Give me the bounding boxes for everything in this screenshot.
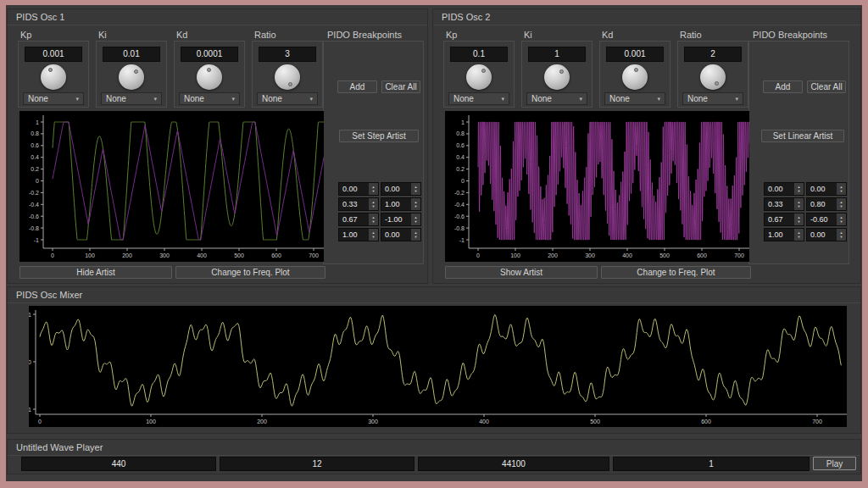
spin-up-icon[interactable]: ▲: [372, 216, 376, 219]
breakpoint-y-spinbox[interactable]: 0.00▲▼: [381, 182, 421, 196]
breakpoint-y-spinbox[interactable]: -0.60▲▼: [806, 213, 847, 226]
kd-knob[interactable]: [197, 64, 222, 90]
spinbox-steppers[interactable]: ▲▼: [794, 183, 804, 195]
add-breakpoint-button[interactable]: Add: [337, 80, 377, 93]
frequency-field[interactable]: 440: [21, 457, 216, 471]
spin-down-icon[interactable]: ▼: [372, 220, 376, 224]
kp-knob[interactable]: [466, 64, 492, 90]
ratio-knob[interactable]: [275, 64, 300, 90]
spinbox-steppers[interactable]: ▲▼: [411, 183, 420, 195]
spin-up-icon[interactable]: ▲: [415, 201, 418, 204]
breakpoint-y-spinbox[interactable]: -1.00▲▼: [381, 213, 421, 226]
spin-down-icon[interactable]: ▼: [798, 220, 801, 224]
ki-value-field[interactable]: 0.01: [103, 47, 160, 62]
breakpoint-x-spinbox[interactable]: 1.00▲▼: [338, 228, 379, 241]
spin-down-icon[interactable]: ▼: [798, 190, 801, 193]
spinbox-steppers[interactable]: ▲▼: [369, 183, 378, 195]
spin-up-icon[interactable]: ▲: [798, 231, 801, 235]
kp-mod-dropdown[interactable]: None▾: [448, 92, 509, 105]
spinbox-steppers[interactable]: ▲▼: [411, 214, 420, 225]
spinbox-steppers[interactable]: ▲▼: [794, 198, 804, 210]
spin-down-icon[interactable]: ▼: [415, 220, 418, 224]
spin-down-icon[interactable]: ▼: [840, 205, 843, 208]
kd-mod-dropdown[interactable]: None▾: [604, 92, 665, 105]
spin-down-icon[interactable]: ▼: [798, 205, 801, 208]
breakpoint-y-spinbox[interactable]: 0.00▲▼: [381, 228, 421, 241]
breakpoint-y-spinbox[interactable]: 1.00▲▼: [381, 197, 421, 211]
spin-up-icon[interactable]: ▲: [798, 186, 801, 189]
change-to-freq-plot-button[interactable]: Change to Freq. Plot: [601, 266, 751, 279]
add-breakpoint-button[interactable]: Add: [763, 80, 803, 93]
clear-all-button[interactable]: Clear All: [807, 80, 846, 93]
play-button[interactable]: Play: [813, 457, 856, 470]
spin-down-icon[interactable]: ▼: [372, 205, 376, 208]
spin-up-icon[interactable]: ▲: [840, 216, 843, 219]
spin-down-icon[interactable]: ▼: [840, 190, 843, 193]
show-artist-button[interactable]: Show Artist: [445, 266, 598, 279]
kp-value-field[interactable]: 0.001: [25, 47, 82, 62]
spin-up-icon[interactable]: ▲: [798, 216, 801, 219]
spinbox-steppers[interactable]: ▲▼: [837, 214, 846, 225]
duration-field[interactable]: 12: [220, 457, 415, 471]
ratio-value-field[interactable]: 3: [259, 47, 316, 62]
spin-up-icon[interactable]: ▲: [840, 201, 843, 204]
spin-down-icon[interactable]: ▼: [415, 205, 418, 208]
spinbox-steppers[interactable]: ▲▼: [411, 198, 420, 210]
breakpoint-x-spinbox[interactable]: 1.00▲▼: [764, 228, 804, 241]
hide-artist-button[interactable]: Hide Artist: [19, 266, 172, 279]
set-artist-button[interactable]: Set Linear Artist: [761, 130, 844, 142]
spin-up-icon[interactable]: ▲: [840, 186, 843, 189]
spin-down-icon[interactable]: ▼: [840, 236, 843, 239]
breakpoint-x-spinbox[interactable]: 0.33▲▼: [338, 197, 379, 211]
ki-value-field[interactable]: 1: [528, 47, 586, 62]
sample-rate-field[interactable]: 44100: [418, 457, 609, 471]
spinbox-steppers[interactable]: ▲▼: [837, 183, 846, 195]
spinbox-steppers[interactable]: ▲▼: [411, 229, 420, 241]
breakpoint-x-spinbox[interactable]: 0.67▲▼: [338, 213, 379, 226]
kp-mod-dropdown[interactable]: None▾: [23, 92, 84, 105]
ki-mod-dropdown[interactable]: None▾: [101, 92, 162, 105]
spin-up-icon[interactable]: ▲: [372, 201, 376, 204]
clear-all-button[interactable]: Clear All: [381, 80, 420, 93]
spinbox-steppers[interactable]: ▲▼: [837, 198, 846, 210]
kp-value-field[interactable]: 0.1: [450, 47, 508, 62]
spin-down-icon[interactable]: ▼: [372, 190, 376, 193]
spin-up-icon[interactable]: ▲: [798, 201, 801, 204]
spin-down-icon[interactable]: ▼: [415, 236, 418, 239]
spin-down-icon[interactable]: ▼: [415, 190, 418, 193]
set-artist-button[interactable]: Set Step Artist: [339, 130, 419, 142]
ratio-mod-dropdown[interactable]: None▾: [257, 92, 318, 105]
kd-mod-dropdown[interactable]: None▾: [179, 92, 240, 105]
spinbox-steppers[interactable]: ▲▼: [794, 214, 804, 225]
kp-knob[interactable]: [41, 64, 66, 90]
ki-knob[interactable]: [544, 64, 570, 90]
spinbox-steppers[interactable]: ▲▼: [369, 198, 378, 210]
spin-up-icon[interactable]: ▲: [372, 231, 376, 235]
spin-up-icon[interactable]: ▲: [840, 231, 843, 235]
ki-knob[interactable]: [119, 64, 144, 90]
spinbox-steppers[interactable]: ▲▼: [794, 229, 804, 241]
spinbox-steppers[interactable]: ▲▼: [369, 214, 378, 225]
kd-value-field[interactable]: 0.0001: [181, 47, 238, 62]
breakpoint-x-spinbox[interactable]: 0.00▲▼: [764, 182, 804, 196]
ki-mod-dropdown[interactable]: None▾: [526, 92, 587, 105]
spin-up-icon[interactable]: ▲: [415, 186, 418, 189]
breakpoint-x-spinbox[interactable]: 0.33▲▼: [764, 197, 804, 211]
kd-value-field[interactable]: 0.001: [606, 47, 664, 62]
amplitude-field[interactable]: 1: [613, 457, 810, 471]
change-to-freq-plot-button[interactable]: Change to Freq. Plot: [175, 266, 326, 279]
spin-down-icon[interactable]: ▼: [372, 236, 376, 239]
ratio-value-field[interactable]: 2: [684, 47, 742, 62]
ratio-mod-dropdown[interactable]: None▾: [682, 92, 743, 105]
spin-up-icon[interactable]: ▲: [372, 186, 376, 189]
spin-down-icon[interactable]: ▼: [840, 220, 843, 224]
spin-down-icon[interactable]: ▼: [798, 236, 801, 239]
breakpoint-x-spinbox[interactable]: 0.67▲▼: [764, 213, 804, 226]
ratio-knob[interactable]: [700, 64, 726, 90]
breakpoint-y-spinbox[interactable]: 0.00▲▼: [806, 182, 847, 196]
spinbox-steppers[interactable]: ▲▼: [369, 229, 378, 241]
spin-up-icon[interactable]: ▲: [415, 231, 418, 235]
breakpoint-x-spinbox[interactable]: 0.00▲▼: [338, 182, 379, 196]
spinbox-steppers[interactable]: ▲▼: [837, 229, 846, 241]
spin-up-icon[interactable]: ▲: [415, 216, 418, 219]
